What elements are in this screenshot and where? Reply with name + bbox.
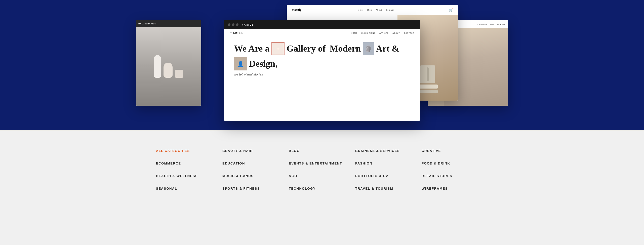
moonly-cart-icon: 🛒 [449, 8, 453, 12]
category-fashion[interactable]: FASHION [355, 158, 422, 171]
moonly-logo: moonly [292, 8, 301, 12]
hero-text-5: Design, [249, 58, 277, 69]
maia-photo [136, 27, 201, 106]
category-label-retail: RETAIL STORES [422, 174, 452, 178]
artes-nav-logo: ARTES [230, 32, 243, 34]
statue-image: 🗿 [363, 42, 374, 55]
sophie-nav-links: PORTFOLIO BLOG CONTACT [477, 23, 505, 25]
category-label-events: EVENTS & ENTERTAINMENT [289, 161, 342, 165]
artes-logo-text: ARTES [233, 32, 243, 34]
previews-area: MAIA CERAMICS moonly Home Shop About Con… [0, 0, 644, 131]
artes-top-bar: ●ARTES [224, 20, 420, 29]
artes-nav-contact: CONTACT [404, 32, 414, 34]
sophie-nav-blog: BLOG [490, 23, 495, 25]
ceramic-vase-tall [154, 55, 161, 78]
category-label-beauty: BEAUTY & HAIR [222, 149, 253, 153]
category-travel-tourism[interactable]: TRAVEL & TOURISM [355, 184, 422, 196]
category-all-categories[interactable]: ALL CATEGORIES [156, 146, 222, 158]
categories-grid: ALL CATEGORIES BEAUTY & HAIR BLOG BUSINE… [146, 146, 498, 196]
category-beauty-hair[interactable]: BEAUTY & HAIR [222, 146, 289, 158]
artes-hero-title: We Are a Gallery of Modern 🗿 Art & 👤 Des… [234, 42, 410, 70]
moonly-nav-about: About [376, 9, 382, 11]
soap-bar-2 [418, 90, 438, 93]
maia-top-bar: MAIA CERAMICS [136, 20, 201, 27]
category-sports-fitness[interactable]: SPORTS & FITNESS [222, 184, 289, 196]
moonly-nav-links: Home Shop About Contact [357, 9, 394, 11]
category-label-education: EDUCATION [222, 161, 245, 165]
hero-text-3: Modern [330, 43, 361, 54]
category-food-drink[interactable]: FOOD & DRINK [422, 158, 488, 171]
artes-nav-links: HOME EXHIBITIONS ARTISTS ABOUT CONTACT [351, 32, 414, 34]
artes-hero: We Are a Gallery of Modern 🗿 Art & 👤 Des… [224, 37, 420, 81]
artes-nav-artists: ARTISTS [379, 32, 388, 34]
brush-shape [427, 67, 429, 81]
category-label-blog: BLOG [289, 149, 300, 153]
moonly-nav: moonly Home Shop About Contact 🛒 [287, 5, 458, 15]
category-label-travel: TRAVEL & TOURISM [355, 187, 393, 190]
artes-subtitle: we tell visual stories [234, 72, 410, 76]
category-label-creative: CREATIVE [422, 149, 441, 153]
preview-artes: ●ARTES ARTES HOME EXHIBITIONS ARTISTS AB… [224, 20, 420, 121]
category-creative[interactable]: CREATIVE [422, 146, 488, 158]
artes-nav-bar: ARTES HOME EXHIBITIONS ARTISTS ABOUT CON… [224, 29, 420, 37]
category-ngo[interactable]: NGO [289, 171, 355, 184]
category-business-services[interactable]: BUSINESS & SERVICES [355, 146, 422, 158]
category-label-health: HEALTH & WELLNESS [156, 174, 198, 178]
sophie-nav-portfolio: PORTFOLIO [477, 23, 487, 25]
category-label-fashion: FASHION [355, 161, 372, 165]
sophie-nav-contact: CONTACT [497, 23, 505, 25]
categories-section: ALL CATEGORIES BEAUTY & HAIR BLOG BUSINE… [0, 131, 644, 245]
moonly-nav-contact: Contact [386, 9, 394, 11]
category-label-music: MUSIC & BANDS [222, 174, 254, 178]
dot-2 [232, 23, 234, 26]
eco-products [418, 65, 438, 93]
category-label-sports: SPORTS & FITNESS [222, 187, 260, 190]
page-wrapper: MAIA CERAMICS moonly Home Shop About Con… [0, 0, 644, 245]
category-seasonal[interactable]: SEASONAL [156, 184, 222, 196]
artes-nav-home: HOME [351, 32, 357, 34]
preview-maia-ceramics: MAIA CERAMICS [136, 20, 201, 106]
artes-nav-exhibitions: EXHIBITIONS [361, 32, 375, 34]
category-events-entertainment[interactable]: EVENTS & ENTERTAINMENT [289, 158, 355, 171]
moonly-nav-shop: Shop [367, 9, 372, 11]
brush-product [420, 65, 435, 83]
category-label-food: FOOD & DRINK [422, 161, 450, 165]
category-label-business: BUSINESS & SERVICES [355, 149, 400, 153]
category-retail-stores[interactable]: RETAIL STORES [422, 171, 488, 184]
category-ecommerce[interactable]: ECOMMERCE [156, 158, 222, 171]
artes-logo-icon [230, 32, 232, 34]
dot-3 [236, 23, 238, 26]
grid-image-1 [271, 42, 285, 55]
category-technology[interactable]: TECHNOLOGY [289, 184, 355, 196]
soap-bar [418, 85, 438, 89]
category-label-ecommerce: ECOMMERCE [156, 161, 181, 165]
portrait-image: 👤 [234, 57, 247, 70]
artes-brand-name: ●ARTES [242, 23, 254, 26]
category-wireframes[interactable]: WIREFRAMES [422, 184, 488, 196]
hero-text-4: Art & [376, 43, 399, 54]
category-blog[interactable]: BLOG [289, 146, 355, 158]
category-label-portfolio: PORTFOLIO & CV [355, 174, 388, 178]
hero-text-2: Gallery of [287, 43, 326, 54]
category-label-ngo: NGO [289, 174, 297, 178]
category-label-technology: TECHNOLOGY [289, 187, 316, 190]
category-education[interactable]: EDUCATION [222, 158, 289, 171]
category-label-wireframes: WIREFRAMES [422, 187, 448, 190]
ceramic-vase-short [164, 63, 173, 78]
category-health-wellness[interactable]: HEALTH & WELLNESS [156, 171, 222, 184]
moonly-nav-home: Home [357, 9, 363, 11]
maia-brand: MAIA CERAMICS [138, 23, 156, 25]
ceramics-items [154, 55, 183, 78]
category-portfolio-cv[interactable]: PORTFOLIO & CV [355, 171, 422, 184]
category-music-bands[interactable]: MUSIC & BANDS [222, 171, 289, 184]
dot-1 [228, 23, 230, 26]
ceramic-cup [175, 70, 183, 78]
category-label-seasonal: SEASONAL [156, 187, 177, 190]
category-label-all: ALL CATEGORIES [156, 149, 190, 153]
artes-nav-about: ABOUT [393, 32, 400, 34]
hero-text-1: We Are a [234, 43, 269, 54]
